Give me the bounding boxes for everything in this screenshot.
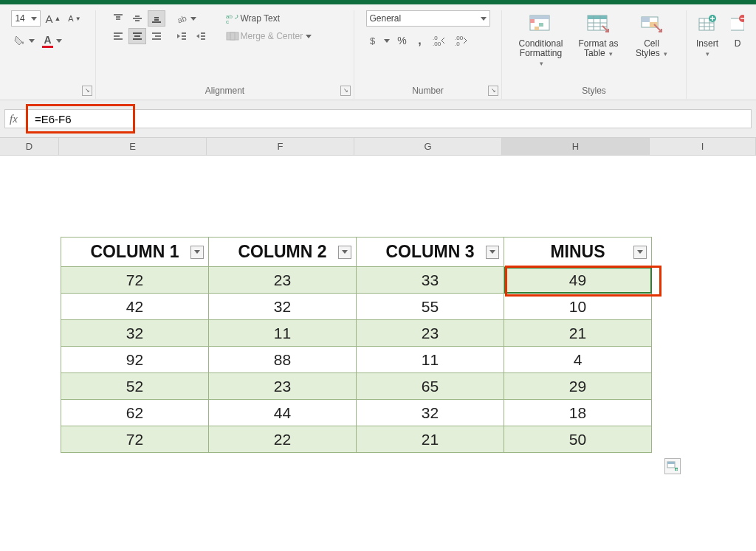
cell[interactable]: 11 [357,347,504,373]
cell[interactable]: 23 [209,267,357,294]
table-row: 42 32 55 10 [61,294,652,320]
cell[interactable]: 23 [209,373,357,400]
svg-rect-20 [182,35,186,37]
format-as-table-button[interactable]: Format asTable ▾ [572,10,625,74]
font-size-input[interactable]: 14 [11,10,41,27]
cell[interactable]: 55 [357,294,504,320]
column-header[interactable]: G [354,138,502,155]
table-header[interactable]: MINUS [504,238,652,267]
cell[interactable]: 33 [357,267,504,294]
svg-rect-12 [133,32,142,34]
dialog-launcher-icon[interactable]: ↘ [82,86,92,96]
group-font: 14 A▲ A▼ A ↘ [0,10,96,99]
svg-text:.00: .00 [433,41,441,46]
cell[interactable]: 50 [504,426,652,453]
insert-cells-icon [695,12,720,37]
accounting-format-button[interactable]: $ [366,32,393,49]
group-alignment: ab abc Wrap Text Merge & Center A [96,10,354,99]
cell[interactable]: 62 [61,400,209,426]
cell[interactable]: 18 [504,400,652,426]
cell[interactable]: 49 [504,267,652,294]
fill-color-button[interactable] [11,32,38,49]
table-header[interactable]: COLUMN 1 [61,238,209,267]
column-header[interactable]: E [59,138,207,155]
cell[interactable]: 88 [209,347,357,373]
font-color-button[interactable]: A [39,32,64,49]
cell[interactable]: 23 [357,320,504,347]
increase-indent-button[interactable] [192,28,210,44]
column-header[interactable]: F [207,138,354,155]
column-header[interactable]: H [502,138,650,155]
fx-icon[interactable]: fx [10,113,29,125]
align-right-button[interactable] [148,28,165,44]
increase-decimal-button[interactable]: .0.00 [430,32,450,49]
column-header[interactable]: I [650,138,756,155]
conditional-formatting-button[interactable]: ConditionalFormatting ▾ [515,10,568,74]
wrap-text-label: Wrap Text [241,13,281,24]
table-header[interactable]: COLUMN 3 [357,238,504,267]
align-bottom-button[interactable] [148,10,165,27]
dialog-launcher-icon[interactable]: ↘ [340,86,351,96]
percent-format-button[interactable]: % [394,32,410,49]
filter-button[interactable] [338,246,351,259]
svg-rect-7 [154,19,159,21]
shrink-font-button[interactable]: A▼ [65,10,83,27]
group-styles: ConditionalFormatting ▾ Format asTable ▾… [502,10,687,99]
filter-button[interactable] [633,246,647,259]
cell[interactable]: 44 [209,400,357,426]
filter-button[interactable] [486,246,499,259]
column-header[interactable]: D [0,138,59,155]
cell[interactable]: 22 [209,426,357,453]
table-header-row: COLUMN 1 COLUMN 2 COLUMN 3 MINUS [61,238,652,267]
cell[interactable]: 42 [61,294,209,320]
formula-input[interactable] [35,110,746,128]
cell[interactable]: 32 [61,320,209,347]
grow-font-button[interactable]: A▲ [42,10,63,27]
comma-format-button[interactable]: , [412,32,428,49]
svg-rect-28 [230,32,235,40]
cell[interactable]: 32 [357,400,504,426]
align-center-button[interactable] [128,28,146,44]
svg-rect-37 [539,23,543,27]
cell[interactable]: 11 [209,320,357,347]
worksheet[interactable]: COLUMN 1 COLUMN 2 COLUMN 3 MINUS 72 23 3… [0,156,756,551]
dialog-launcher-icon[interactable]: ↘ [488,86,498,96]
cell[interactable]: 92 [61,347,209,373]
chevron-down-icon: ▾ [706,50,709,58]
cell[interactable]: 29 [504,373,652,400]
orientation-button[interactable]: ab [173,10,199,27]
table-header[interactable]: COLUMN 2 [209,238,357,267]
svg-text:.0: .0 [455,41,460,46]
cell[interactable]: 21 [357,426,504,453]
svg-rect-57 [667,462,675,464]
cell[interactable]: 65 [357,373,504,400]
align-left-button[interactable] [109,28,127,44]
align-top-button[interactable] [109,10,127,27]
group-label-styles: Styles [582,86,606,99]
cell[interactable]: 72 [61,426,209,453]
delete-button[interactable]: D [731,10,744,74]
chevron-down-icon: ▾ [664,50,667,58]
number-format-select[interactable]: General [366,10,490,27]
cell-styles-button[interactable]: CellStyles ▾ [630,10,674,74]
align-middle-button[interactable] [128,10,146,27]
svg-rect-38 [535,27,539,30]
svg-rect-19 [182,32,186,34]
svg-rect-5 [135,20,140,21]
wrap-text-button[interactable]: abc Wrap Text [223,10,326,27]
filter-button[interactable] [190,246,204,259]
autofill-options-button[interactable]: + [664,458,681,474]
decrease-decimal-button[interactable]: .00.0 [452,32,472,49]
cell[interactable]: 52 [61,373,209,400]
number-format-value: General [370,13,402,24]
group-cells: Insert▾ D [687,10,746,99]
svg-rect-11 [114,38,123,40]
cell[interactable]: 32 [209,294,357,320]
decrease-indent-button[interactable] [173,28,190,44]
cell[interactable]: 72 [61,267,209,294]
cell[interactable]: 21 [504,320,652,347]
cell[interactable]: 4 [504,347,652,373]
formula-bar-area: fx [0,100,756,138]
cell[interactable]: 10 [504,294,652,320]
insert-button[interactable]: Insert▾ [688,10,726,74]
